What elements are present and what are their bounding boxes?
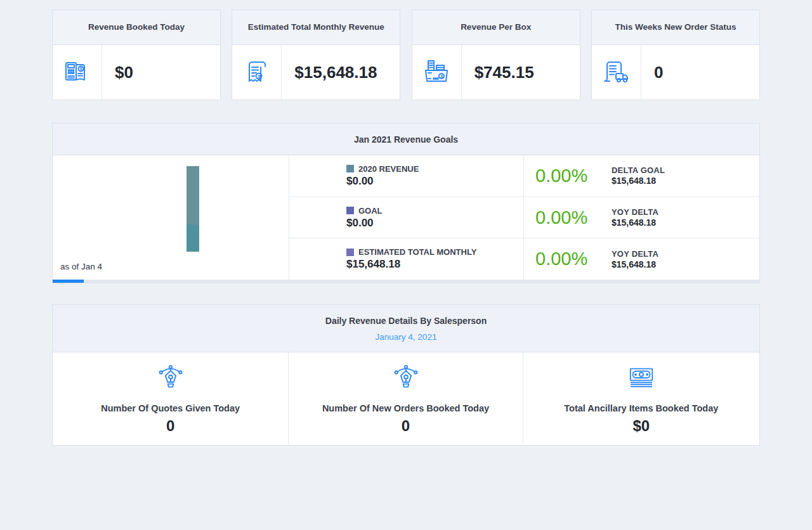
legend-swatch bbox=[346, 249, 354, 256]
card-weeks-new-order-status: This Weeks New Order Status 0 bbox=[591, 10, 760, 100]
revenue-bar-segment-bottom bbox=[187, 224, 199, 252]
metric-row-delta-goal: 0.00% DELTA GOAL $15,648.18 bbox=[524, 155, 759, 197]
daily-details-panel: Daily Revenue Details By Salesperson Jan… bbox=[52, 304, 760, 446]
dashboard-page: Revenue Booked Today $ $0 bbox=[0, 0, 812, 446]
legend-label: ESTIMATED TOTAL MONTHLY bbox=[358, 247, 476, 257]
card-revenue-per-box: Revenue Per Box $ $745.15 bbox=[412, 10, 580, 100]
money-stack-icon bbox=[627, 363, 656, 395]
legend-swatch bbox=[346, 165, 354, 172]
daily-details-body: Number Of Quotes Given Today 0 Number bbox=[53, 352, 759, 445]
revenue-goals-body: as of Jan 4 2020 REVENUE $0.00 GOAL $0.0… bbox=[53, 155, 759, 280]
metric-value: $15,648.18 bbox=[612, 176, 665, 186]
daily-details-date-link[interactable]: January 4, 2021 bbox=[376, 332, 437, 342]
card-title: Revenue Per Box bbox=[412, 10, 580, 45]
revenue-goals-chart: as of Jan 4 bbox=[53, 155, 289, 280]
legend-value: $15,648.18 bbox=[346, 258, 523, 271]
detail-value: $0 bbox=[632, 417, 650, 435]
legend-label: GOAL bbox=[358, 206, 383, 216]
card-revenue-booked-today: Revenue Booked Today $ $0 bbox=[52, 10, 221, 100]
detail-value: 0 bbox=[402, 417, 410, 435]
stat-cards-row: Revenue Booked Today $ $0 bbox=[52, 10, 760, 100]
card-value: $745.15 bbox=[462, 45, 580, 100]
detail-label: Number Of New Orders Booked Today bbox=[322, 403, 489, 413]
revenue-goals-metrics: 0.00% DELTA GOAL $15,648.18 0.00% YOY DE… bbox=[524, 155, 759, 280]
metric-label: DELTA GOAL bbox=[612, 165, 665, 175]
card-title: Revenue Booked Today bbox=[53, 10, 220, 45]
svg-text:$: $ bbox=[79, 67, 82, 72]
revenue-bar bbox=[187, 166, 199, 252]
card-body: $ $745.15 bbox=[412, 45, 580, 100]
goal-progress-fill bbox=[53, 280, 84, 283]
as-of-label: as of Jan 4 bbox=[60, 262, 102, 271]
card-title: Estimated Total Monthly Revenue bbox=[232, 10, 400, 45]
revenue-bar-segment-top bbox=[187, 166, 199, 224]
legend-row-estimated-total-monthly: ESTIMATED TOTAL MONTHLY $15,648.18 bbox=[289, 238, 523, 280]
revenue-goals-legend: 2020 REVENUE $0.00 GOAL $0.00 ESTIMATED … bbox=[289, 155, 524, 280]
pen-tool-icon bbox=[391, 363, 421, 395]
calculator-book-icon: $ bbox=[53, 45, 102, 100]
metric-percent: 0.00% bbox=[535, 165, 612, 186]
legend-value: $0.00 bbox=[346, 217, 523, 229]
metric-row-yoy-delta-2: 0.00% YOY DELTA $15,648.18 bbox=[524, 238, 759, 280]
card-title: This Weeks New Order Status bbox=[592, 10, 759, 45]
receipt-icon: $ bbox=[232, 45, 282, 100]
svg-text:$: $ bbox=[258, 74, 261, 79]
metric-percent: 0.00% bbox=[535, 249, 612, 269]
box-money-icon: $ bbox=[412, 45, 462, 100]
detail-ancillary-items-booked: Total Ancillary Items Booked Today $0 bbox=[523, 352, 759, 445]
daily-details-header: Daily Revenue Details By Salesperson Jan… bbox=[53, 305, 759, 352]
metric-row-yoy-delta-1: 0.00% YOY DELTA $15,648.18 bbox=[524, 197, 759, 239]
card-body: 0 bbox=[592, 45, 759, 100]
metric-value: $15,648.18 bbox=[612, 217, 658, 228]
revenue-goals-title: Jan 2021 Revenue Goals bbox=[53, 124, 759, 155]
metric-label: YOY DELTA bbox=[612, 207, 658, 217]
detail-quotes-given: Number Of Quotes Given Today 0 bbox=[53, 352, 289, 445]
card-value: $0 bbox=[102, 45, 220, 100]
card-body: $ $0 bbox=[53, 45, 220, 100]
detail-label: Number Of Quotes Given Today bbox=[101, 403, 240, 413]
detail-new-orders-booked: Number Of New Orders Booked Today 0 bbox=[289, 352, 523, 445]
daily-details-title: Daily Revenue Details By Salesperson bbox=[325, 316, 487, 326]
pen-tool-icon bbox=[156, 363, 185, 395]
metric-percent: 0.00% bbox=[535, 207, 612, 228]
card-estimated-monthly-revenue: Estimated Total Monthly Revenue $ $15,64… bbox=[232, 10, 400, 100]
detail-value: 0 bbox=[166, 417, 174, 435]
revenue-goals-panel: Jan 2021 Revenue Goals as of Jan 4 2020 … bbox=[52, 123, 760, 283]
detail-label: Total Ancillary Items Booked Today bbox=[564, 403, 718, 413]
card-value: $15,648.18 bbox=[282, 45, 400, 100]
card-value: 0 bbox=[641, 45, 759, 100]
legend-row-2020-revenue: 2020 REVENUE $0.00 bbox=[289, 155, 523, 197]
card-body: $ $15,648.18 bbox=[232, 45, 400, 100]
legend-label: 2020 REVENUE bbox=[358, 164, 419, 174]
metric-value: $15,648.18 bbox=[612, 259, 658, 269]
legend-swatch bbox=[346, 207, 354, 214]
goal-progress-track bbox=[53, 280, 759, 283]
metric-label: YOY DELTA bbox=[612, 249, 658, 259]
legend-value: $0.00 bbox=[346, 175, 523, 188]
order-truck-icon bbox=[592, 45, 641, 100]
legend-row-goal: GOAL $0.00 bbox=[289, 197, 523, 239]
